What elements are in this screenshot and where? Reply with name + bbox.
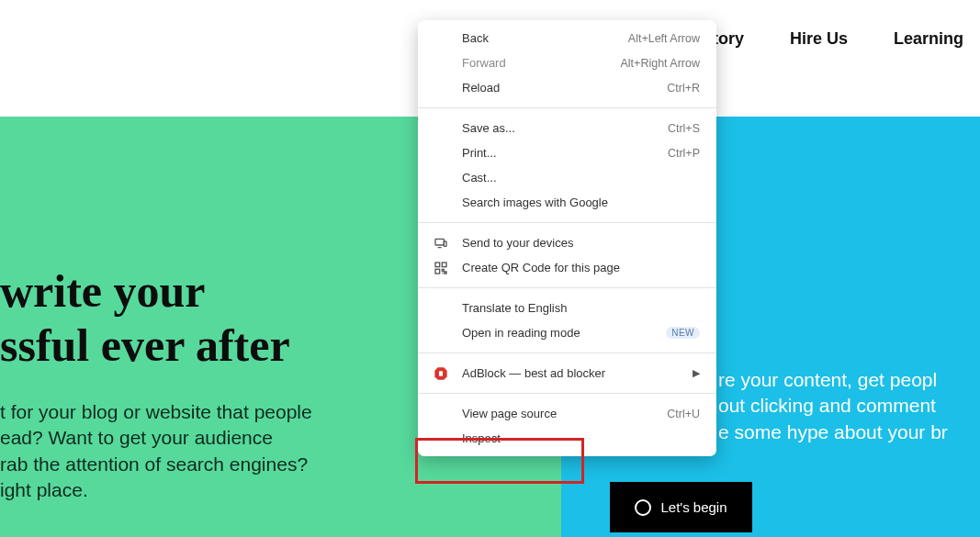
body-left-l3: rab the attention of search engines? (0, 452, 375, 477)
menu-item-print[interactable]: Print... Ctrl+P (418, 140, 716, 165)
menu-item-reload[interactable]: Reload Ctrl+R (418, 75, 716, 100)
menu-separator (418, 352, 716, 353)
body-right-l2: out clicking and comment (718, 393, 980, 419)
menu-label: Open in reading mode (462, 326, 659, 340)
svg-rect-1 (444, 241, 446, 246)
menu-label: Forward (462, 56, 621, 70)
svg-rect-3 (442, 263, 446, 267)
menu-label: Create QR Code for this page (462, 261, 700, 274)
menu-item-adblock[interactable]: AdBlock — best ad blocker ▶ (418, 361, 716, 386)
menu-shortcut: Ctrl+U (667, 408, 700, 420)
menu-label: Inspect (462, 431, 700, 445)
body-left-l2: ead? Want to get your audience (0, 425, 375, 451)
menu-item-send-devices[interactable]: Send to your devices (418, 230, 716, 255)
menu-item-save-as[interactable]: Save as... Ctrl+S (418, 116, 716, 140)
nav-link-story[interactable]: tory (713, 29, 744, 49)
hero-headline: write your ssful ever after (0, 264, 432, 373)
svg-rect-4 (435, 269, 440, 274)
nav-links: tory Hire Us Learning (713, 29, 963, 49)
menu-separator (418, 222, 716, 223)
menu-label: Save as... (462, 121, 668, 135)
menu-item-qr-code[interactable]: Create QR Code for this page (418, 255, 716, 280)
body-left-l4: ight place. (0, 477, 375, 503)
menu-separator (418, 393, 716, 394)
menu-label: Cast... (462, 171, 700, 185)
menu-separator (418, 107, 716, 108)
menu-shortcut: Ctrl+S (668, 122, 700, 135)
svg-rect-6 (439, 371, 443, 375)
headline-line1: write your (0, 264, 432, 319)
menu-item-inspect[interactable]: Inspect (418, 426, 716, 451)
menu-item-search-images[interactable]: Search images with Google (418, 190, 716, 215)
menu-label: View page source (462, 407, 667, 420)
circle-icon (635, 499, 651, 516)
svg-rect-0 (435, 239, 444, 245)
nav-link-learning[interactable]: Learning (894, 29, 963, 49)
adblock-icon (433, 365, 449, 382)
menu-item-cast[interactable]: Cast... (418, 165, 716, 190)
menu-shortcut: Alt+Right Arrow (621, 57, 701, 70)
menu-label: Translate to English (462, 301, 700, 315)
hero-body-left: t for your blog or website that people e… (0, 399, 375, 503)
body-right-l1: re your content, get peopl (718, 367, 980, 393)
menu-label: Send to your devices (462, 236, 700, 250)
menu-shortcut: Ctrl+P (668, 147, 700, 160)
context-menu: Back Alt+Left Arrow Forward Alt+Right Ar… (418, 20, 716, 456)
headline-line2: ssful ever after (0, 319, 432, 373)
menu-label: AdBlock — best ad blocker (462, 366, 693, 380)
menu-item-view-source[interactable]: View page source Ctrl+U (418, 401, 716, 426)
cta-lets-begin[interactable]: Let's begin (610, 482, 752, 532)
menu-item-forward[interactable]: Forward Alt+Right Arrow (418, 50, 716, 75)
devices-icon (433, 235, 449, 252)
body-right-l3: e some hype about your br (718, 420, 980, 445)
menu-item-reading-mode[interactable]: Open in reading mode NEW (418, 320, 716, 345)
cta-label: Let's begin (660, 499, 727, 515)
body-left-l1: t for your blog or website that people (0, 399, 375, 425)
menu-label: Back (462, 31, 628, 45)
menu-separator (418, 287, 716, 288)
hero-body-right: re your content, get peopl out clicking … (718, 367, 980, 445)
menu-label: Reload (462, 81, 667, 95)
qr-icon (433, 260, 449, 276)
svg-rect-2 (435, 263, 440, 267)
menu-shortcut: Alt+Left Arrow (628, 32, 700, 45)
menu-label: Search images with Google (462, 196, 700, 209)
menu-shortcut: Ctrl+R (667, 82, 700, 95)
chevron-right-icon: ▶ (693, 367, 700, 379)
nav-link-hire-us[interactable]: Hire Us (790, 29, 848, 49)
menu-item-back[interactable]: Back Alt+Left Arrow (418, 26, 716, 50)
new-badge: NEW (666, 327, 700, 339)
menu-label: Print... (462, 146, 668, 160)
menu-item-translate[interactable]: Translate to English (418, 296, 716, 320)
